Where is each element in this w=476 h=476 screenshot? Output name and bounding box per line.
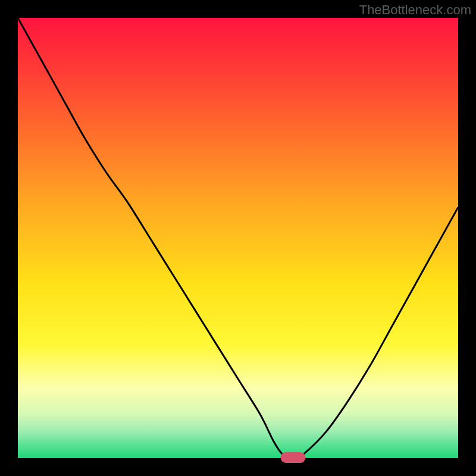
bottleneck-chart <box>0 0 476 476</box>
plot-area <box>18 18 458 458</box>
chart-container: TheBottleneck.com <box>0 0 476 476</box>
optimal-marker <box>281 452 306 463</box>
watermark-text: TheBottleneck.com <box>359 2 471 18</box>
